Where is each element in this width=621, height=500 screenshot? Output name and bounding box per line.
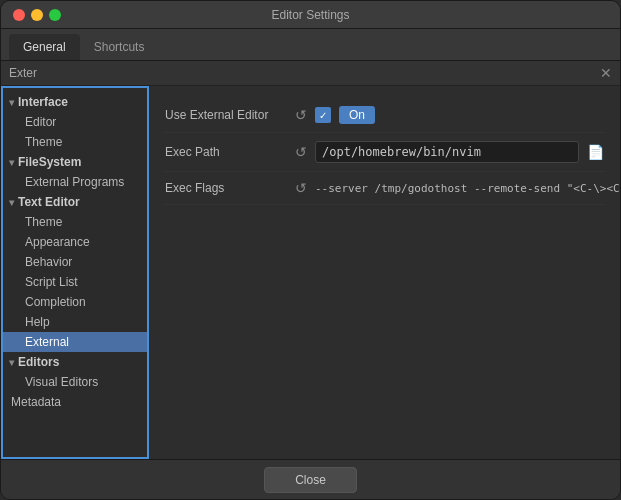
close-button[interactable]: Close (264, 467, 357, 493)
traffic-lights (13, 9, 61, 21)
sidebar-item-visual-editors[interactable]: Visual Editors (3, 372, 147, 392)
toggle-on-label[interactable]: On (339, 106, 375, 124)
arrow-icon: ▾ (9, 197, 14, 208)
sidebar-item-script-list[interactable]: Script List (3, 272, 147, 292)
section-header: Exter ✕ (1, 61, 620, 86)
sidebar-group-interface[interactable]: ▾ Interface (3, 92, 147, 112)
sidebar-item-metadata[interactable]: Metadata (3, 392, 147, 412)
main-panel: Use External Editor ↺ ✓ On Exec Path ↺ 📄 (149, 86, 620, 459)
section-header-label: Exter (9, 66, 37, 80)
arrow-icon: ▾ (9, 157, 14, 168)
editor-settings-window: Editor Settings General Shortcuts Exter … (0, 0, 621, 500)
sidebar-group-editors[interactable]: ▾ Editors (3, 352, 147, 372)
use-external-editor-label: Use External Editor (165, 108, 285, 122)
exec-flags-value: --server /tmp/godothost --remote-send "<… (315, 182, 620, 195)
close-traffic-light[interactable] (13, 9, 25, 21)
sidebar-item-appearance[interactable]: Appearance (3, 232, 147, 252)
sidebar-item-behavior[interactable]: Behavior (3, 252, 147, 272)
group-editors-label: Editors (18, 355, 59, 369)
refresh-icon[interactable]: ↺ (295, 107, 307, 123)
sidebar: ▾ Interface Editor Theme ▾ FileSystem Ex… (1, 86, 149, 459)
group-text-editor-label: Text Editor (18, 195, 80, 209)
folder-icon[interactable]: 📄 (587, 144, 604, 160)
footer: Close (1, 459, 620, 499)
exec-path-control: ↺ 📄 (295, 141, 604, 163)
sidebar-group-filesystem[interactable]: ▾ FileSystem (3, 152, 147, 172)
exec-path-input[interactable] (315, 141, 579, 163)
tabs-bar: General Shortcuts (1, 29, 620, 61)
arrow-icon: ▾ (9, 97, 14, 108)
section-close-icon[interactable]: ✕ (600, 65, 612, 81)
toggle-checkbox[interactable]: ✓ (315, 107, 331, 123)
setting-row-exec-flags: Exec Flags ↺ --server /tmp/godothost --r… (165, 172, 604, 205)
group-filesystem-label: FileSystem (18, 155, 81, 169)
title-bar: Editor Settings (1, 1, 620, 29)
exec-flags-control: ↺ --server /tmp/godothost --remote-send … (295, 180, 620, 196)
tab-general[interactable]: General (9, 34, 80, 60)
window-title: Editor Settings (271, 8, 349, 22)
use-external-editor-control: ↺ ✓ On (295, 106, 604, 124)
refresh-icon-exec-flags[interactable]: ↺ (295, 180, 307, 196)
sidebar-item-completion[interactable]: Completion (3, 292, 147, 312)
arrow-icon: ▾ (9, 357, 14, 368)
settings-content: Use External Editor ↺ ✓ On Exec Path ↺ 📄 (149, 86, 620, 459)
sidebar-item-theme[interactable]: Theme (3, 132, 147, 152)
sidebar-item-external-programs[interactable]: External Programs (3, 172, 147, 192)
refresh-icon-exec-path[interactable]: ↺ (295, 144, 307, 160)
maximize-traffic-light[interactable] (49, 9, 61, 21)
group-interface-label: Interface (18, 95, 68, 109)
sidebar-item-text-editor-theme[interactable]: Theme (3, 212, 147, 232)
setting-row-exec-path: Exec Path ↺ 📄 (165, 133, 604, 172)
minimize-traffic-light[interactable] (31, 9, 43, 21)
sidebar-item-help[interactable]: Help (3, 312, 147, 332)
content-area: ▾ Interface Editor Theme ▾ FileSystem Ex… (1, 86, 620, 459)
sidebar-item-external[interactable]: External (3, 332, 147, 352)
exec-flags-label: Exec Flags (165, 181, 285, 195)
exec-path-label: Exec Path (165, 145, 285, 159)
setting-row-use-external-editor: Use External Editor ↺ ✓ On (165, 98, 604, 133)
sidebar-group-text-editor[interactable]: ▾ Text Editor (3, 192, 147, 212)
tab-shortcuts[interactable]: Shortcuts (80, 34, 159, 60)
sidebar-item-editor[interactable]: Editor (3, 112, 147, 132)
